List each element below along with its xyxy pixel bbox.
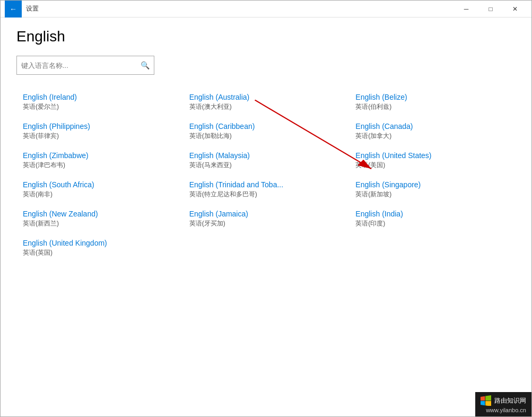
watermark-logo: 路由知识网 [481, 395, 526, 406]
language-item[interactable]: English (Philippines)英语(菲律宾) [16, 117, 183, 146]
language-name: English (Australia) [189, 93, 343, 101]
language-item[interactable]: English (South Africa)英语(南非) [16, 175, 183, 204]
language-grid: English (Ireland)英语(爱尔兰)English (Austral… [16, 88, 516, 263]
language-name: English (Malaysia) [189, 151, 343, 160]
language-item[interactable]: English (Singapore)英语(新加坡) [349, 175, 516, 204]
watermark-url: www.yilanbo.cn [486, 407, 526, 413]
language-name: English (India) [355, 210, 509, 218]
language-item[interactable]: English (United Kingdom)英语(英国) [16, 233, 183, 263]
language-name: English (New Zealand) [23, 210, 177, 218]
content-area: English 🔍 English (Ireland)英语(爱尔兰)Englis… [1, 18, 531, 416]
language-native: 英语(牙买加) [189, 219, 343, 228]
language-name: English (Belize) [355, 93, 509, 101]
language-native: 英语(印度) [355, 219, 509, 228]
search-input[interactable] [21, 62, 141, 70]
window-controls: ─ □ ✕ [454, 1, 527, 18]
title-bar: ← 设置 ─ □ ✕ [1, 1, 531, 18]
page-title: English [16, 28, 516, 45]
back-button[interactable]: ← [5, 1, 22, 18]
language-item[interactable]: English (New Zealand)英语(新西兰) [16, 204, 183, 233]
language-native: 英语(新加坡) [355, 190, 509, 199]
watermark-site: 路由知识网 [494, 396, 526, 405]
language-name: English (Philippines) [23, 122, 177, 131]
language-native: 英语(英国) [23, 248, 177, 257]
language-native: 英语(加勒比海) [189, 132, 343, 141]
language-item[interactable]: English (Ireland)英语(爱尔兰) [16, 88, 183, 117]
window-title: 设置 [26, 4, 454, 13]
maximize-button[interactable]: □ [478, 1, 503, 18]
language-native: 英语(伯利兹) [355, 102, 509, 111]
language-name: English (United States) [355, 151, 509, 160]
language-name: English (Singapore) [355, 180, 509, 189]
watermark: 路由知识网 www.yilanbo.cn [475, 392, 531, 416]
windows-logo-icon [481, 395, 491, 406]
close-button[interactable]: ✕ [503, 1, 527, 18]
language-name: English (Trinidad and Toba... [189, 180, 343, 189]
minimize-button[interactable]: ─ [454, 1, 478, 18]
search-icon: 🔍 [141, 61, 150, 70]
language-native: 英语(爱尔兰) [23, 102, 177, 111]
language-item[interactable]: English (Canada)英语(加拿大) [349, 117, 516, 146]
settings-window: ← 设置 ─ □ ✕ English 🔍 English (Ireland)英语… [0, 0, 532, 417]
language-name: English (Zimbabwe) [23, 151, 177, 160]
language-item[interactable]: English (Zimbabwe)英语(津巴布韦) [16, 146, 183, 175]
language-native: 英语(津巴布韦) [23, 161, 177, 170]
language-name: English (Jamaica) [189, 210, 343, 218]
language-native: 英语(南非) [23, 190, 177, 199]
language-name: English (Ireland) [23, 93, 177, 101]
language-native: 英语(马来西亚) [189, 161, 343, 170]
language-item[interactable]: English (Caribbean)英语(加勒比海) [183, 117, 350, 146]
language-item[interactable]: English (Jamaica)英语(牙买加) [183, 204, 350, 233]
language-item[interactable]: English (Malaysia)英语(马来西亚) [183, 146, 350, 175]
language-item[interactable]: English (Australia)英语(澳大利亚) [183, 88, 350, 117]
language-native: 英语(新西兰) [23, 219, 177, 228]
language-native: 英语(特立尼达和多巴哥) [189, 190, 343, 199]
language-name: English (Caribbean) [189, 122, 343, 131]
language-item[interactable]: English (Trinidad and Toba...英语(特立尼达和多巴哥… [183, 175, 350, 204]
language-native: 英语(美国) [355, 161, 509, 170]
language-item[interactable]: English (India)英语(印度) [349, 204, 516, 233]
search-box[interactable]: 🔍 [16, 56, 154, 75]
language-name: English (Canada) [355, 122, 509, 131]
language-item[interactable]: English (United States)英语(美国) [349, 146, 516, 175]
language-name: English (South Africa) [23, 180, 177, 189]
language-item[interactable]: English (Belize)英语(伯利兹) [349, 88, 516, 117]
language-native: 英语(澳大利亚) [189, 102, 343, 111]
language-native: 英语(菲律宾) [23, 132, 177, 141]
language-native: 英语(加拿大) [355, 132, 509, 141]
language-name: English (United Kingdom) [23, 239, 177, 247]
